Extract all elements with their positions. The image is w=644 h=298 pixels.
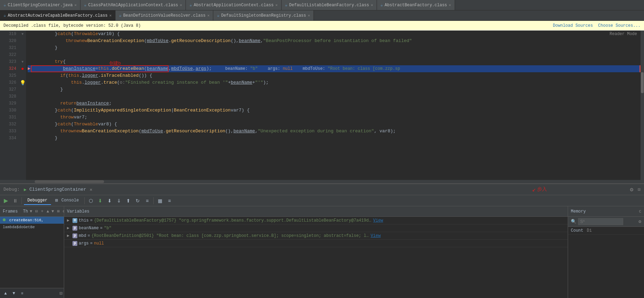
tab-close-1[interactable]: ✕ — [180, 3, 182, 7]
java-file-icon-2: ☕ — [189, 2, 192, 8]
memory-search-input[interactable] — [578, 218, 623, 225]
force-step-into-button[interactable]: ⇓ — [115, 197, 123, 205]
fold-icon-319[interactable]: ▼ — [22, 32, 24, 36]
tab-default-listable[interactable]: ☕ DefaultListableBeanFactory.class ✕ — [282, 0, 377, 10]
step-out-button[interactable]: ⬆ — [124, 197, 132, 205]
thread-indicator — [3, 218, 6, 221]
expand-panel-icon[interactable]: ⊡ — [60, 290, 62, 296]
close-session-btn[interactable]: ✕ — [89, 187, 92, 192]
tab-close-3[interactable]: ✕ — [371, 3, 373, 7]
tab-abstract-app-context[interactable]: ☕ AbstractApplicationContext.class ✕ — [186, 0, 281, 10]
p-var-icon-beanname: p — [72, 226, 77, 231]
count-label: Count — [571, 228, 583, 233]
step-into-button[interactable]: ⬇ — [96, 197, 104, 205]
code-line-320: throw new BeanCreationException(mbdToUse… — [28, 38, 641, 44]
expand-icon[interactable]: ⊡ — [638, 187, 641, 192]
settings-icon[interactable]: ⚙ — [630, 186, 634, 193]
code-line-332: } catch (Throwable var8) { — [28, 121, 641, 128]
console-icon: ▤ — [55, 198, 58, 203]
session-name[interactable]: ClientSpringContainer — [29, 187, 86, 192]
breakpoint-icon-324[interactable]: ● — [21, 66, 24, 72]
view-this-link[interactable]: View — [373, 218, 383, 223]
memory-search-bar: 🔍 ⚙ — [568, 217, 644, 227]
reader-mode-text[interactable]: Reader Mode — [610, 31, 637, 38]
tab-abstract-autowire[interactable]: ☕ AbstractAutowireCapableBeanFactory.cla… — [0, 10, 115, 21]
scrollbar-thumb[interactable] — [641, 72, 644, 93]
info-bar: Decompiled .class file, bytecode version… — [0, 21, 644, 31]
search-icon: 🔍 — [571, 219, 576, 224]
tab-classpath-xml[interactable]: ☕ ClassPathXmlApplicationContext.class ✕ — [80, 0, 186, 10]
fold-icon-323[interactable]: ▼ — [22, 60, 24, 64]
step-in-container: ↙ 步入 — [532, 185, 547, 193]
pause-button[interactable]: ⏸ — [11, 197, 19, 205]
vertical-scrollbar[interactable] — [641, 31, 644, 180]
tab-close-4[interactable]: ✕ — [449, 3, 451, 7]
tab-bean-def-value[interactable]: ☕ BeanDefinitionValueResolver.class ✕ — [115, 10, 214, 21]
variable-row-beanname[interactable]: ▶ p beanName = "b" — [64, 224, 568, 232]
nav-up-icon[interactable]: ▲ — [46, 209, 49, 214]
editor-area: 319 320 321 322 323 324 325 326 327 328 … — [0, 31, 644, 183]
frame-down-button[interactable]: ▼ — [10, 289, 18, 297]
copy-icon[interactable]: ⊞ — [57, 209, 60, 214]
code-line-321: } — [28, 44, 641, 51]
code-lines: 创建b Reader Mode } catch (Throwable var10… — [26, 31, 641, 180]
this-var-icon: ⊞ — [72, 218, 77, 223]
java-file-icon-6: ☕ — [119, 13, 121, 18]
count-di-label: Di — [587, 228, 592, 233]
threads-button[interactable]: ≡ — [165, 197, 173, 205]
tab-close-5[interactable]: ✕ — [109, 13, 112, 18]
tab-close-0[interactable]: ✕ — [74, 3, 77, 7]
expand-mbd-icon[interactable]: ▶ — [67, 233, 71, 238]
tab-close-2[interactable]: ✕ — [275, 3, 278, 7]
toolbar-separator-2 — [84, 197, 85, 204]
expand-this-icon[interactable]: ▶ — [67, 218, 71, 223]
code-line-333: throw new BeanCreationException(mbdToUse… — [28, 128, 641, 135]
run-to-cursor-button[interactable]: ↻ — [134, 197, 142, 205]
view-mbd-link[interactable]: View — [371, 233, 381, 238]
evaluate-button[interactable]: ≡ — [143, 197, 151, 205]
expand-beanname-icon[interactable]: ▶ — [67, 225, 71, 231]
resume-button[interactable]: ▶ — [2, 197, 10, 205]
count-row: Count Di — [568, 227, 644, 235]
gutter: ▼ ▼ ● 💡 — [19, 31, 26, 180]
frame-up-button[interactable]: ▲ — [1, 289, 10, 297]
frame-item-0[interactable]: createBean:516, — [0, 217, 64, 224]
threads-dropdown-arrow[interactable]: ▼ — [30, 209, 32, 214]
memory-panel: Memory C 🔍 ⚙ Count Di — [568, 206, 644, 298]
frames-panel: Frames Th ▼ ⊟ + ▲ ▼ ⊞ ⚙ createBean:516 — [0, 206, 64, 298]
tab-abstract-bean-factory[interactable]: ☕ AbstractBeanFactory.class ✕ — [377, 0, 455, 10]
code-line-331: throw var7; — [28, 114, 641, 121]
variable-row-mbd[interactable]: ▶ p mbd = {RootBeanDefinition@2501} "Roo… — [64, 232, 568, 240]
code-container: 319 320 321 322 323 324 325 326 327 328 … — [0, 31, 644, 180]
code-line-322 — [28, 51, 641, 58]
variable-row-this[interactable]: ▶ ⊞ this = {DefaultListableBeanFactory@1… — [64, 217, 568, 224]
horizontal-scrollbar-thumb[interactable] — [35, 180, 104, 183]
decompiled-info-text: Decompiled .class file, bytecode version… — [3, 23, 141, 28]
filter-frames-button[interactable]: ≡ — [18, 289, 26, 297]
debugger-tab[interactable]: Debugger — [24, 197, 51, 205]
frame-item-1[interactable]: lambda$doGetBe — [0, 224, 64, 231]
tab-bar-second: ☕ AbstractAutowireCapableBeanFactory.cla… — [0, 10, 644, 21]
variable-row-args[interactable]: ▶ p args = null — [64, 240, 568, 247]
frames-button[interactable]: ▦ — [156, 197, 164, 205]
tab-client-spring-container[interactable]: ☕ ClientSpringContainer.java ✕ — [0, 0, 80, 10]
nav-down-icon[interactable]: ▼ — [51, 209, 54, 214]
add-icon[interactable]: + — [41, 209, 43, 214]
choose-sources-link[interactable]: Choose Sources... — [598, 23, 641, 28]
tab-close-6[interactable]: ✕ — [207, 13, 210, 18]
step-over-button[interactable]: ⬡ — [87, 197, 95, 205]
memory-settings-icon[interactable]: ⚙ — [638, 219, 641, 224]
step-in-arrow-icon: ↙ — [532, 185, 536, 193]
step-into-my-code-button[interactable]: ⬇ — [105, 197, 114, 205]
download-sources-link[interactable]: Download Sources — [553, 23, 593, 28]
java-file-icon-3: ☕ — [285, 2, 287, 8]
info-bar-links: Download Sources Choose Sources... — [553, 23, 641, 28]
p-var-icon-args: p — [72, 241, 77, 246]
code-line-329: return beanInstance; — [28, 100, 641, 107]
console-tab[interactable]: ▤ Console — [52, 196, 83, 205]
tab-default-singleton[interactable]: ☕ DefaultSingletonBeanRegistry.class ✕ — [213, 10, 314, 21]
tab-close-7[interactable]: ✕ — [308, 13, 310, 18]
java-file-icon-4: ☕ — [380, 2, 383, 8]
horizontal-scrollbar[interactable] — [0, 180, 644, 183]
filter-icon[interactable]: ⊟ — [35, 209, 38, 214]
